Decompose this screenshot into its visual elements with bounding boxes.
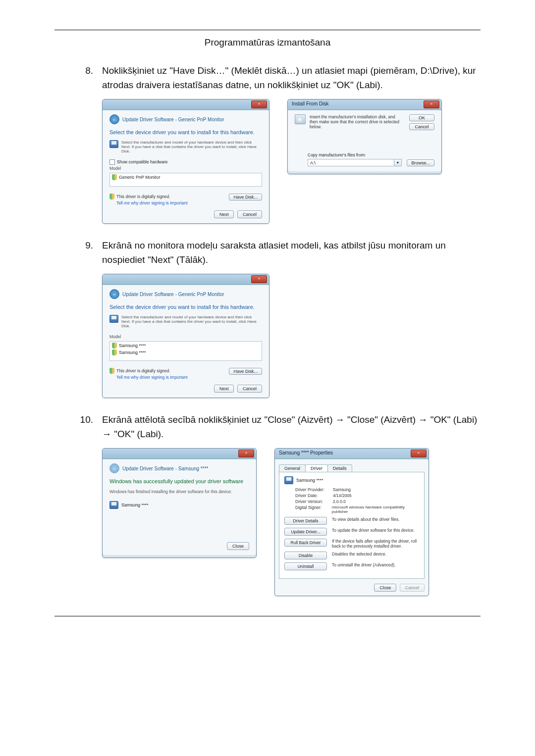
dialog-update-driver-generic: × ←Update Driver Software - Generic PnP …: [102, 99, 269, 224]
column-model: Model: [109, 334, 262, 339]
step-10-number: 10.: [54, 413, 102, 441]
model-list[interactable]: Generic PnP Monitor: [109, 173, 262, 187]
checkbox-compatible[interactable]: [109, 159, 115, 165]
uninstall-desc: To uninstall the driver (Advanced).: [332, 562, 419, 567]
dialog-update-success: × ←Update Driver Software - Samsung ****…: [102, 448, 257, 558]
close-icon[interactable]: ×: [411, 450, 427, 457]
dialog-title: Install From Disk: [292, 101, 328, 106]
cancel-button[interactable]: Cancel: [237, 210, 262, 218]
driver-details-button[interactable]: Driver Details: [284, 517, 327, 525]
cancel-button: Cancel: [400, 584, 425, 592]
step-10-text: Ekrānā attēlotā secībā noklikšķiniet uz …: [102, 413, 481, 441]
rollback-driver-button[interactable]: Roll Back Driver: [284, 539, 327, 547]
monitor-icon: [109, 140, 118, 148]
dialog-subtext: Select the manufacturer and model of you…: [121, 140, 262, 153]
model-item[interactable]: Samsung ****: [119, 350, 146, 355]
cancel-button[interactable]: Cancel: [237, 385, 262, 393]
breadcrumb: Update Driver Software - Generic PnP Mon…: [122, 292, 224, 297]
label-version: Driver Version:: [295, 499, 330, 504]
next-button[interactable]: Next: [214, 210, 234, 218]
step-9-text: Ekrānā no monitora modeļu saraksta atlas…: [102, 239, 481, 267]
column-model: Model: [109, 166, 262, 171]
breadcrumb: Update Driver Software - Samsung ****: [122, 466, 208, 471]
dialog-update-driver-samsung-list: × ←Update Driver Software - Generic PnP …: [102, 274, 269, 398]
path-combobox[interactable]: A:\: [308, 159, 394, 166]
shield-icon: [109, 194, 114, 200]
back-icon[interactable]: ←: [109, 114, 119, 124]
step-8-text: Noklikšķiniet uz "Have Disk…" (Meklēt di…: [102, 64, 481, 92]
shield-icon: [112, 174, 117, 180]
update-driver-desc: To update the driver software for this d…: [332, 528, 419, 533]
shield-icon: [109, 368, 114, 374]
page-title: Programmatūras izmantošana: [54, 37, 481, 48]
dialog-title: Samsung **** Properties: [279, 450, 333, 455]
step-8-number: 8.: [54, 64, 102, 92]
success-subtext: Windows has finished installing the driv…: [109, 489, 249, 494]
device-name: Samsung ****: [296, 478, 323, 483]
value-version: 2.0.0.0: [333, 499, 346, 504]
close-icon[interactable]: ×: [251, 275, 267, 283]
back-icon: ←: [109, 463, 119, 473]
disable-desc: Disables the selected device.: [332, 552, 419, 556]
tab-general[interactable]: General: [279, 464, 306, 472]
signed-label: This driver is digitally signed.: [116, 194, 170, 199]
have-disk-button[interactable]: Have Disk...: [229, 194, 262, 201]
dialog-install-from-disk: Install From Disk × Insert the manufactu…: [287, 99, 442, 174]
dialog-subtext: Select the manufacturer and model of you…: [121, 315, 262, 328]
step-9: 9. Ekrānā no monitora modeļu saraksta at…: [54, 239, 481, 267]
disk-icon: [295, 114, 306, 124]
value-provider: Samsung: [333, 487, 351, 492]
back-icon[interactable]: ←: [109, 289, 119, 299]
close-button[interactable]: Close: [227, 542, 249, 550]
step-9-number: 9.: [54, 239, 102, 267]
cancel-button[interactable]: Cancel: [409, 123, 434, 130]
signing-link[interactable]: Tell me why driver signing is important: [116, 375, 188, 380]
update-driver-button[interactable]: Update Driver...: [284, 528, 327, 536]
shield-icon: [112, 350, 117, 355]
device-name: Samsung ****: [121, 503, 149, 507]
model-item[interactable]: Generic PnP Monitor: [119, 175, 160, 180]
chevron-down-icon[interactable]: ▾: [394, 159, 402, 166]
model-list[interactable]: Samsung **** Samsung ****: [109, 341, 262, 361]
driver-details-desc: To view details about the driver files.: [332, 517, 419, 522]
tab-driver[interactable]: Driver: [305, 464, 328, 472]
model-item[interactable]: Samsung ****: [119, 343, 146, 348]
copy-from-label: Copy manufacturer's files from:: [308, 152, 434, 157]
close-icon[interactable]: ×: [424, 101, 439, 108]
dialog-headline: Select the device driver you want to ins…: [109, 304, 262, 310]
uninstall-button[interactable]: Uninstall: [284, 562, 327, 570]
signed-label: This driver is digitally signed.: [116, 368, 170, 373]
value-date: 4/14/2005: [333, 493, 352, 498]
monitor-icon: [109, 501, 118, 509]
step-8: 8. Noklikšķiniet uz "Have Disk…" (Meklēt…: [54, 64, 481, 92]
step-10: 10. Ekrānā attēlotā secībā noklikšķiniet…: [54, 413, 481, 441]
dialog-headline: Select the device driver you want to ins…: [109, 129, 262, 135]
browse-button[interactable]: Browse...: [407, 159, 434, 166]
dialog-properties: Samsung **** Properties × General Driver…: [274, 448, 429, 596]
success-headline: Windows has successfully updated your dr…: [109, 478, 249, 484]
label-date: Driver Date:: [295, 493, 330, 498]
have-disk-button[interactable]: Have Disk...: [229, 368, 262, 375]
value-signer: microsoft windows hardware compatibility…: [332, 505, 419, 514]
next-button[interactable]: Next: [214, 385, 234, 393]
label-signer: Digital Signer:: [295, 505, 329, 514]
close-button[interactable]: Close: [374, 584, 396, 592]
close-icon[interactable]: ×: [238, 450, 254, 457]
tab-details[interactable]: Details: [327, 464, 352, 472]
disk-message: Insert the manufacturer's installation d…: [310, 114, 403, 130]
label-provider: Driver Provider:: [295, 487, 330, 492]
close-icon[interactable]: ×: [251, 101, 267, 108]
ok-button[interactable]: OK: [409, 114, 434, 121]
shield-icon: [112, 343, 117, 349]
disable-button[interactable]: Disable: [284, 552, 327, 559]
breadcrumb: Update Driver Software - Generic PnP Mon…: [122, 117, 224, 122]
monitor-icon: [284, 476, 293, 484]
rollback-driver-desc: If the device fails after updating the d…: [332, 539, 419, 549]
monitor-icon: [109, 315, 118, 323]
signing-link[interactable]: Tell me why driver signing is important: [116, 201, 188, 205]
checkbox-compatible-label: Show compatible hardware: [117, 159, 168, 164]
